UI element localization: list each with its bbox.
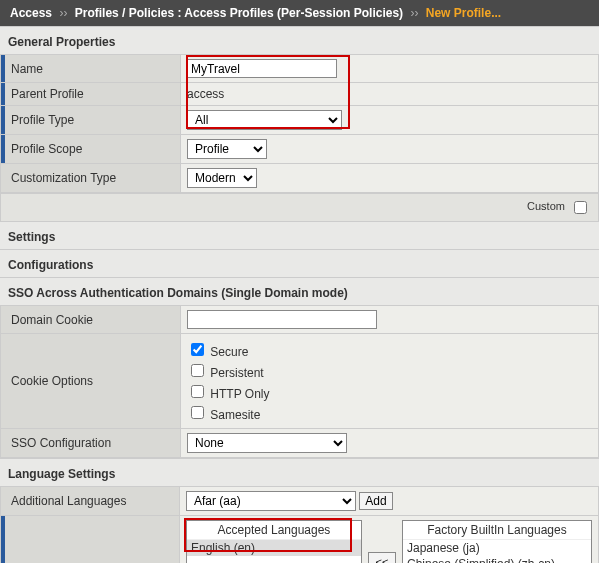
secure-label: Secure [210, 345, 248, 359]
add-language-button[interactable]: Add [359, 492, 392, 510]
persistent-checkbox[interactable] [191, 364, 204, 377]
breadcrumb-sep-icon: ›› [55, 6, 71, 20]
httponly-label: HTTP Only [210, 387, 269, 401]
profile-type-label: Profile Type [1, 106, 181, 135]
name-input[interactable] [187, 59, 337, 78]
sso-table: Domain Cookie Cookie Options Secure Pers… [0, 305, 599, 458]
factory-languages-listbox[interactable]: Factory BuiltIn Languages Japanese (ja) … [402, 520, 592, 563]
profile-scope-label: Profile Scope [1, 135, 181, 164]
move-left-button[interactable]: << [368, 552, 396, 563]
secure-checkbox[interactable] [191, 343, 204, 356]
sso-configuration-select[interactable]: None [187, 433, 347, 453]
samesite-checkbox[interactable] [191, 406, 204, 419]
language-settings-header: Language Settings [0, 458, 599, 486]
parent-profile-label: Parent Profile [1, 83, 181, 106]
persistent-label: Persistent [210, 366, 263, 380]
customization-type-label: Customization Type [1, 164, 181, 193]
list-item[interactable]: Chinese (Simplified) (zh-cn) [403, 556, 591, 563]
domain-cookie-input[interactable] [187, 310, 377, 329]
sso-configuration-label: SSO Configuration [1, 429, 181, 458]
list-item[interactable]: Japanese (ja) [403, 540, 591, 556]
custom-row: Custom [0, 193, 599, 222]
cookie-options-label: Cookie Options [1, 334, 181, 429]
accepted-header: Accepted Languages [187, 521, 361, 540]
configurations-header: Configurations [0, 249, 599, 277]
language-table: Additional Languages Afar (aa) Add Langu… [0, 486, 599, 563]
profile-scope-select[interactable]: Profile [187, 139, 267, 159]
breadcrumb-sep-icon: ›› [406, 6, 422, 20]
additional-languages-select[interactable]: Afar (aa) [186, 491, 356, 511]
list-item[interactable]: English (en) [187, 540, 361, 556]
additional-languages-label: Additional Languages [1, 487, 180, 516]
languages-label: Languages [1, 516, 180, 564]
factory-header: Factory BuiltIn Languages [403, 521, 591, 540]
parent-profile-value: access [181, 83, 599, 106]
profile-type-select[interactable]: All [187, 110, 342, 130]
accepted-languages-listbox[interactable]: Accepted Languages English (en) [186, 520, 362, 563]
breadcrumb: Access ›› Profiles / Policies : Access P… [0, 0, 599, 26]
general-properties-table: Name Parent Profile access Profile Type … [0, 54, 599, 193]
custom-checkbox[interactable] [574, 201, 587, 214]
general-properties-header: General Properties [0, 26, 599, 54]
settings-header: Settings [0, 222, 599, 249]
httponly-checkbox[interactable] [191, 385, 204, 398]
samesite-label: Samesite [210, 408, 260, 422]
name-label: Name [1, 55, 181, 83]
sso-header: SSO Across Authentication Domains (Singl… [0, 277, 599, 305]
breadcrumb-part1[interactable]: Access [10, 6, 52, 20]
breadcrumb-part2[interactable]: Profiles / Policies : Access Profiles (P… [75, 6, 403, 20]
customization-type-select[interactable]: Modern [187, 168, 257, 188]
domain-cookie-label: Domain Cookie [1, 306, 181, 334]
custom-label: Custom [527, 200, 565, 212]
breadcrumb-new: New Profile... [426, 6, 501, 20]
